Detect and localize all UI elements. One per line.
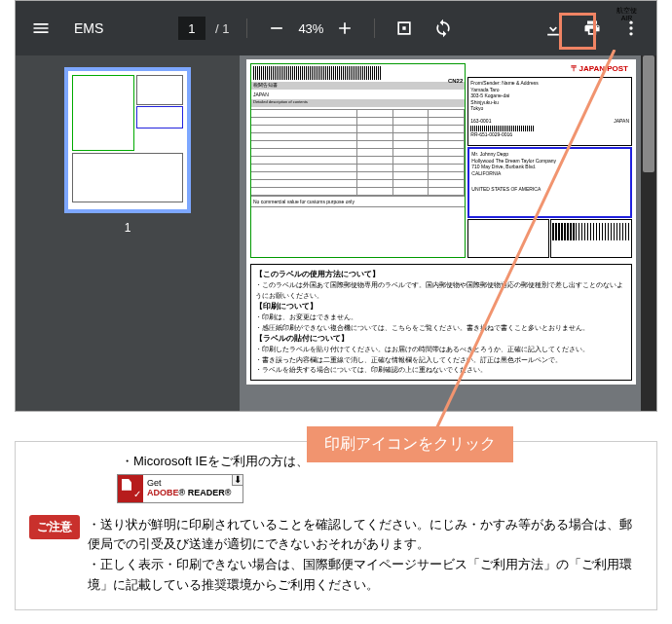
recipient-address-box: Mr. Johnny Depp Hollywood The Dream Tayl…: [467, 147, 632, 218]
print-icon[interactable]: [575, 11, 610, 46]
rotate-icon[interactable]: [426, 11, 461, 46]
viewer-body: 1 CN22 税関告知書 JAPAN Detailed description …: [16, 55, 656, 411]
customs-declaration-form: CN22 税関告知書 JAPAN Detailed description of…: [250, 63, 466, 258]
label-instructions: 【このラベルの使用方法について】 ・このラベルは外国あて国際郵便物専用のラベルで…: [250, 264, 632, 381]
pdf-viewer: EMS / 1 43% 航空便AIR 1: [15, 0, 657, 412]
pdf-toolbar: EMS / 1 43%: [16, 1, 656, 55]
adobe-reader-badge[interactable]: Get ADOBE® READER® ⬇: [117, 474, 243, 503]
zoom-level: 43%: [298, 21, 323, 36]
airmail-label: 航空便AIR: [616, 7, 637, 21]
thumbnail-sidebar: 1: [16, 55, 240, 411]
fit-page-icon[interactable]: [387, 11, 422, 46]
divider: [246, 18, 247, 38]
menu-icon[interactable]: [23, 11, 58, 46]
svg-point-1: [629, 26, 632, 29]
thumbnail-page-number: 1: [125, 221, 131, 235]
page-total: / 1: [215, 21, 229, 36]
cn22-label: CN22: [448, 78, 463, 84]
barcode: [253, 66, 382, 80]
notice-badge: ご注意: [29, 515, 80, 539]
document-pane[interactable]: CN22 税関告知書 JAPAN Detailed description of…: [240, 55, 656, 411]
page-number-input[interactable]: [178, 17, 205, 40]
download-arrow-icon: ⬇: [232, 474, 243, 486]
instructions-panel: ・Micorosoft IEをご利用の方は、 Get ADOBE® READER…: [15, 441, 657, 610]
zoom-in-icon[interactable]: [327, 11, 362, 46]
svg-point-2: [629, 32, 632, 35]
vertical-scrollbar[interactable]: [641, 55, 656, 411]
sender-address-box: From/Sender: Name & Address Yamada Taro …: [467, 77, 632, 146]
document-page: CN22 税関告知書 JAPAN Detailed description of…: [246, 59, 636, 385]
no-commercial-value: No commercial value for customs purpose …: [251, 196, 465, 206]
divider: [374, 18, 375, 38]
zoom-out-icon[interactable]: [259, 11, 294, 46]
notice-bullet-1: ・送り状が鮮明に印刷されていることを確認してください。にじみ・かすみ等がある場合…: [88, 515, 643, 556]
callout-tooltip: 印刷アイコンをクリック: [307, 426, 513, 462]
document-title: EMS: [74, 20, 103, 36]
page-thumbnail[interactable]: [64, 67, 191, 213]
download-icon[interactable]: [536, 11, 571, 46]
pdf-icon: [118, 475, 143, 502]
japan-post-logo: 〒JAPAN POST: [467, 63, 632, 76]
notice-bullet-2: ・正しく表示・印刷できない場合は、国際郵便マイページサービス「ご利用方法」の「ご…: [88, 555, 643, 596]
info-boxes: [467, 219, 632, 258]
